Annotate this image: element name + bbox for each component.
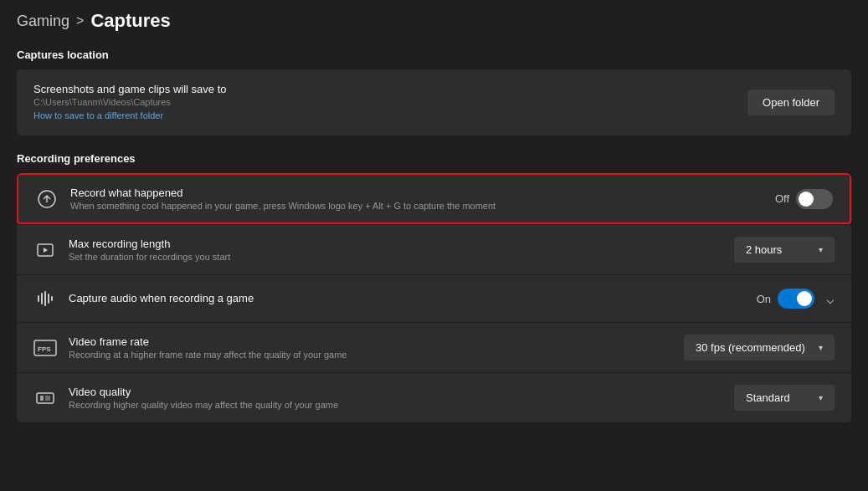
- capture-audio-text: Capture audio when recording a game: [69, 292, 254, 306]
- video-frame-rate-row: FPS Video frame rate Recording at a high…: [17, 323, 851, 373]
- svg-rect-5: [48, 294, 49, 304]
- svg-rect-2: [38, 295, 39, 302]
- capture-audio-toggle-label: On: [757, 293, 771, 305]
- capture-audio-icon: [33, 287, 57, 310]
- record-what-happened-row: Record what happened When something cool…: [17, 173, 851, 224]
- record-what-happened-subtitle: When something cool happened in your gam…: [70, 201, 496, 211]
- recording-preferences-title: Recording preferences: [17, 152, 851, 165]
- video-frame-rate-title: Video frame rate: [69, 335, 347, 348]
- breadcrumb-gaming: Gaming: [17, 13, 69, 30]
- svg-rect-3: [41, 293, 43, 304]
- record-what-happened-text: Record what happened When something cool…: [70, 187, 496, 211]
- chevron-down-icon: ▾: [819, 393, 823, 402]
- capture-audio-row: Capture audio when recording a game On ⌵: [17, 275, 851, 323]
- captures-location-section: Captures location Screenshots and game c…: [17, 49, 851, 136]
- capture-audio-toggle[interactable]: [778, 289, 814, 309]
- captures-location-text: Screenshots and game clips will save to …: [33, 83, 227, 122]
- captures-location-actions: Open folder: [747, 90, 835, 115]
- video-quality-subtitle: Recording higher quality video may affec…: [69, 400, 338, 410]
- max-recording-length-subtitle: Set the duration for recordings you star…: [69, 252, 230, 262]
- video-frame-rate-right: 30 fps (recommended) ▾: [684, 335, 835, 361]
- capture-audio-left: Capture audio when recording a game: [33, 287, 254, 310]
- svg-rect-10: [40, 396, 44, 401]
- video-quality-text: Video quality Recording higher quality v…: [69, 386, 338, 410]
- max-recording-length-right: 2 hours ▾: [734, 237, 835, 263]
- max-recording-length-text: Max recording length Set the duration fo…: [69, 238, 230, 262]
- capture-audio-toggle-container: On ⌵: [757, 289, 835, 309]
- settings-list: Record what happened When something cool…: [17, 173, 851, 422]
- record-what-happened-left: Record what happened When something cool…: [35, 187, 496, 211]
- svg-rect-6: [51, 296, 53, 301]
- breadcrumb: Gaming > Captures: [17, 10, 851, 32]
- page-container: Gaming > Captures Captures location Scre…: [0, 0, 868, 439]
- record-what-happened-toggle[interactable]: [796, 189, 833, 209]
- video-frame-rate-icon: FPS: [33, 336, 57, 360]
- recording-preferences-section: Recording preferences Record what happen…: [17, 152, 851, 422]
- captures-location-link[interactable]: How to save to a different folder: [33, 110, 163, 120]
- capture-audio-expand-icon[interactable]: ⌵: [826, 291, 835, 307]
- video-quality-right: Standard ▾: [734, 385, 835, 411]
- record-what-happened-toggle-label: Off: [775, 192, 789, 205]
- video-quality-icon: [33, 386, 57, 410]
- video-quality-row: Video quality Recording higher quality v…: [17, 373, 851, 422]
- open-folder-button[interactable]: Open folder: [747, 90, 835, 115]
- captures-location-card: Screenshots and game clips will save to …: [17, 69, 851, 136]
- max-recording-length-left: Max recording length Set the duration fo…: [33, 238, 230, 262]
- record-what-happened-icon: [35, 187, 59, 211]
- capture-audio-title: Capture audio when recording a game: [69, 292, 254, 304]
- record-what-happened-title: Record what happened: [70, 187, 496, 199]
- svg-text:FPS: FPS: [38, 345, 51, 353]
- max-recording-length-title: Max recording length: [69, 238, 230, 250]
- video-quality-title: Video quality: [69, 386, 338, 398]
- max-recording-length-icon: [33, 238, 57, 262]
- captures-location-info: Screenshots and game clips will save to …: [33, 83, 227, 122]
- svg-rect-11: [45, 396, 50, 401]
- max-recording-length-value: 2 hours: [746, 243, 782, 256]
- video-frame-rate-value: 30 fps (recommended): [696, 341, 805, 354]
- video-frame-rate-text: Video frame rate Recording at a higher f…: [69, 335, 347, 360]
- page-title: Captures: [90, 10, 170, 32]
- video-frame-rate-dropdown[interactable]: 30 fps (recommended) ▾: [684, 335, 835, 361]
- captures-location-title: Captures location: [17, 49, 851, 61]
- captures-location-path: C:\Users\Tuanm\Videos\Captures: [33, 97, 227, 107]
- max-recording-length-dropdown[interactable]: 2 hours ▾: [734, 237, 835, 263]
- toggle-knob: [799, 192, 814, 207]
- svg-rect-4: [44, 291, 46, 306]
- max-recording-length-row: Max recording length Set the duration fo…: [17, 225, 851, 275]
- video-frame-rate-left: FPS Video frame rate Recording at a high…: [33, 335, 347, 360]
- video-quality-left: Video quality Recording higher quality v…: [33, 386, 338, 410]
- captures-location-description: Screenshots and game clips will save to: [33, 83, 227, 95]
- video-frame-rate-subtitle: Recording at a higher frame rate may aff…: [69, 350, 347, 360]
- chevron-down-icon: ▾: [819, 343, 823, 352]
- video-quality-dropdown[interactable]: Standard ▾: [734, 385, 835, 411]
- video-quality-value: Standard: [746, 391, 790, 404]
- toggle-knob: [797, 291, 812, 306]
- record-what-happened-toggle-container: Off: [775, 189, 833, 209]
- breadcrumb-separator: >: [76, 13, 84, 28]
- chevron-down-icon: ▾: [819, 245, 823, 254]
